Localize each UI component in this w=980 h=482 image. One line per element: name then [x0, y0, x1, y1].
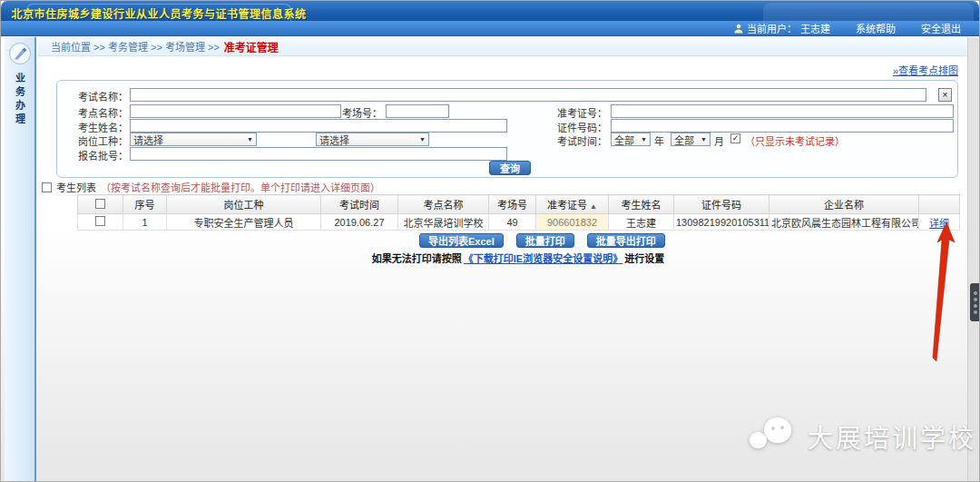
help-link[interactable]: 系统帮助: [856, 21, 896, 35]
job-type-label: 岗位工种：: [63, 133, 128, 148]
candidate-list-title: 考生列表: [56, 180, 96, 194]
id-no-input[interactable]: [611, 119, 954, 133]
col-detail: [919, 195, 960, 214]
batch-export-print-button[interactable]: 批量导出打印: [587, 233, 665, 248]
cell-site: 北京华晟培训学校: [398, 214, 489, 231]
business-pen-icon: [8, 42, 32, 65]
chevron-down-icon: ▼: [641, 136, 647, 143]
site-name-label: 考点名称：: [63, 105, 128, 120]
batch-no-input[interactable]: [130, 147, 507, 161]
year-suffix: 年: [654, 133, 667, 148]
chevron-down-icon: ▼: [419, 136, 426, 143]
cell-ticket: 906601832: [536, 214, 609, 231]
room-no-label: 考场号：: [335, 105, 382, 120]
breadcrumb-prefix: 当前位置 >> 考务管理 >> 考场管理 >>: [51, 39, 220, 54]
close-icon[interactable]: ×: [938, 88, 952, 102]
cell-no: 1: [123, 214, 167, 231]
col-name: 考生姓名: [609, 195, 674, 214]
search-panel: × 考试名称： 考点名称： 考场号： 准考证号： 考生姓名： 证件号码： 岗位工…: [56, 80, 958, 178]
col-date: 考试时间: [321, 195, 398, 214]
cell-job: 专职安全生产管理人员: [167, 214, 321, 231]
exam-name-input[interactable]: [130, 88, 926, 102]
ticket-no-input[interactable]: [611, 104, 954, 118]
watermark: 大展培训学校: [750, 414, 976, 459]
select-all-top-checkbox[interactable]: [42, 182, 52, 192]
sidebar-item-business[interactable]: 业务办理: [13, 73, 27, 127]
job-type-select[interactable]: 请选择 ▼: [130, 133, 257, 146]
row-checkbox-cell: [78, 214, 123, 231]
id-no-label: 证件号码：: [536, 120, 607, 134]
candidate-list-caption: 考生列表 （按考试名称查询后才能批量打印。单个打印请进入详细页面）: [42, 180, 380, 194]
breadcrumb: 当前位置 >> 考务管理 >> 考场管理 >> 准考证管理: [38, 37, 967, 56]
chevron-down-icon: ▼: [701, 136, 707, 143]
col-ticket-sortable[interactable]: 准考证号▲: [536, 195, 609, 214]
candidate-list-note: （按考试名称查询后才能批量打印。单个打印请进入详细页面）: [101, 180, 380, 194]
exam-month-select[interactable]: 全部 ▼: [671, 133, 710, 146]
titlebar-decor: [763, 3, 974, 21]
col-no: 序号: [123, 195, 167, 214]
search-button[interactable]: 查询: [489, 161, 531, 175]
logout-link[interactable]: 安全退出: [921, 21, 961, 35]
unexamined-only-checkbox[interactable]: ✓: [730, 133, 740, 143]
sidebar: 业务办理: [5, 37, 36, 481]
current-user-name: 王志建: [800, 21, 830, 35]
month-suffix: 月: [714, 133, 727, 148]
print-note-post: 进行设置: [624, 253, 664, 264]
exam-time-label: 考试时间：: [536, 133, 607, 148]
exam-year-select[interactable]: 全部 ▼: [611, 133, 651, 146]
header-checkbox-cell: [78, 195, 123, 214]
user-icon: [734, 24, 743, 34]
candidate-table: 序号 岗位工种 考试时间 考点名称 考场号 准考证号▲ 考生姓名 证件号码 企业…: [77, 194, 960, 231]
system-title-tab: 北京市住房城乡建设行业从业人员考务与证书管理信息系统: [26, 4, 291, 21]
cell-detail: 详细: [919, 214, 960, 231]
col-site: 考点名称: [398, 195, 489, 214]
table-row: 1 专职安全生产管理人员 2019.06.27 北京华晟培训学校 49 9066…: [78, 214, 960, 231]
cell-company: 北京欧风晨生态园林工程有限公司: [769, 214, 919, 231]
site-name-input[interactable]: [130, 104, 341, 118]
watermark-text: 大展培训学校: [808, 418, 976, 455]
export-excel-button[interactable]: 导出列表Excel: [419, 233, 504, 248]
batch-print-button[interactable]: 批量打印: [516, 233, 574, 248]
ie-settings-doc-link[interactable]: 《下载打印IE浏览器安全设置说明》: [464, 253, 622, 264]
current-user-label: 当前用户：: [747, 21, 797, 35]
system-title: 北京市住房城乡建设行业从业人员考务与证书管理信息系统: [12, 5, 307, 21]
candidate-name-input[interactable]: [130, 119, 507, 133]
watermark-logo-icon: [750, 414, 799, 459]
cell-id: 130982199201053111: [674, 214, 769, 231]
view-seating-chart-link[interactable]: »查看考点排图: [860, 63, 958, 77]
room-no-input[interactable]: [386, 104, 449, 118]
print-note-pre: 如果无法打印请按照: [372, 253, 462, 264]
col-room: 考场号: [489, 195, 536, 214]
col-job: 岗位工种: [167, 195, 321, 214]
col-id: 证件号码: [674, 195, 769, 214]
detail-link[interactable]: 详细: [929, 218, 949, 229]
candidate-name-label: 考生姓名：: [63, 120, 128, 134]
cell-name: 王志建: [609, 214, 674, 231]
breadcrumb-current: 准考证管理: [224, 39, 279, 54]
current-user: 当前用户： 王志建: [734, 21, 830, 35]
docked-toolbar-widget[interactable]: [970, 283, 980, 321]
menubar: 当前用户： 王志建 系统帮助 安全退出: [1, 21, 979, 36]
titlebar: 北京市住房城乡建设行业从业人员考务与证书管理信息系统: [1, 1, 979, 21]
cell-date: 2019.06.27: [321, 214, 398, 231]
exam-name-label: 考试名称：: [63, 89, 128, 103]
print-help-note: 如果无法打印请按照《下载打印IE浏览器安全设置说明》进行设置: [77, 251, 959, 265]
col-company: 企业名称: [769, 195, 919, 214]
cell-room: 49: [489, 214, 536, 231]
table-header-row: 序号 岗位工种 考试时间 考点名称 考场号 准考证号▲ 考生姓名 证件号码 企业…: [78, 195, 960, 214]
row-checkbox[interactable]: [95, 216, 105, 226]
sort-asc-icon: ▲: [590, 202, 597, 211]
job-subtype-select[interactable]: 请选择 ▼: [316, 133, 429, 146]
ticket-no-label: 准考证号：: [536, 105, 607, 120]
chevron-down-icon: ▼: [247, 136, 253, 143]
action-buttons: 导出列表Excel 批量打印 批量导出打印: [419, 233, 665, 248]
batch-no-label: 报名批号：: [63, 148, 128, 162]
time-filter-note: （只显示未考试记录）: [745, 133, 845, 148]
select-all-checkbox[interactable]: [95, 199, 105, 209]
